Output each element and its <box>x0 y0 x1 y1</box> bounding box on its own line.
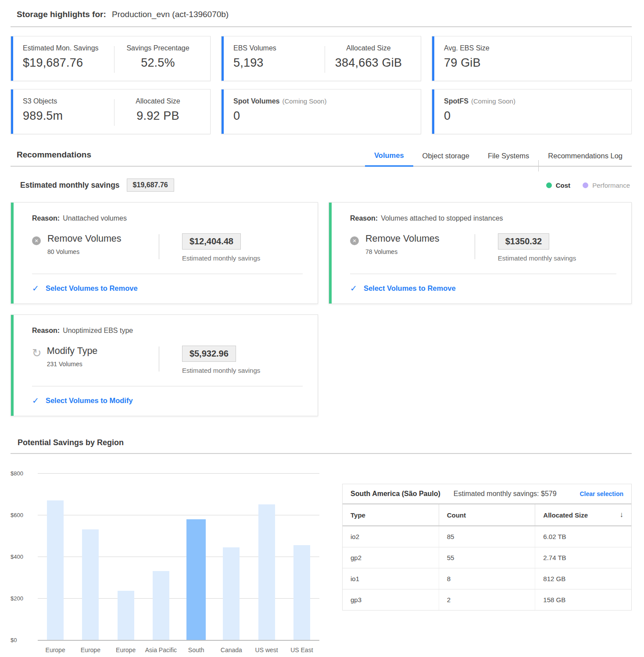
remove-volume-icon: ✕ <box>32 236 41 245</box>
coming-soon-tag: (Coming Soon) <box>283 97 327 105</box>
stat-label: EBS Volumes <box>233 44 325 52</box>
chart-bar-us-east-ohio-[interactable] <box>293 545 310 640</box>
chart-bar-europe-london-[interactable] <box>82 529 99 640</box>
chart-bar-asia-pacific-tokyo-[interactable] <box>153 571 169 640</box>
checkmark-icon: ✓ <box>350 283 357 293</box>
chart-bars: Europe(Stockholm)Europe(London)Europe(Pa… <box>38 473 319 657</box>
action-title: Remove Volumes <box>47 233 122 244</box>
legend-label: Performance <box>592 182 630 189</box>
chart-bar-europe-stockholm-[interactable] <box>47 500 64 640</box>
y-tick-label: $600 <box>11 512 23 518</box>
reason-row: Reason:Unoptimized EBS type <box>32 327 303 335</box>
card-accent-bar <box>222 89 224 134</box>
table-cell: io2 <box>343 526 439 547</box>
savings-by-region-chart: $800$600$400$200$0 Europe(Stockholm)Euro… <box>11 473 320 657</box>
savings-caption: Estimated monthly savings <box>182 367 303 374</box>
recommendation-card-stopped-instances: Reason:Volumes attached to stopped insta… <box>329 202 632 304</box>
stat-value: 384,663 GiB <box>325 56 412 70</box>
estimated-savings-badge: $19,687.76 <box>127 179 174 192</box>
reason-text: Volumes attached to stopped instances <box>381 214 503 222</box>
storage-highlights-grid: Estimated Mon. Savings $19,687.76 Saving… <box>11 36 632 134</box>
stat-label: Spot Volumes(Coming Soon) <box>233 97 412 105</box>
table-cell: 6.02 TB <box>535 526 631 547</box>
card-accent-bar <box>11 89 13 134</box>
chart-legend: Cost Performance <box>546 182 630 189</box>
savings-summary-row: Estimated monthly savings $19,687.76 Cos… <box>11 179 632 192</box>
column-header-count[interactable]: Count <box>439 504 535 525</box>
chart-bar-slot: Europe(London) <box>73 473 108 657</box>
clear-selection-link[interactable]: Clear selection <box>580 490 623 497</box>
reason-label: Reason: <box>32 327 60 334</box>
stat-label: SpotFS(Coming Soon) <box>444 97 623 105</box>
stat-label-text: SpotFS <box>444 97 469 105</box>
stat-value: 79 GiB <box>444 56 623 70</box>
stat-card-monthly-savings: Estimated Mon. Savings $19,687.76 Saving… <box>11 36 211 81</box>
chart-bar-slot: South America(São Paulo) <box>179 473 214 657</box>
chart-bar-europe-paris-[interactable] <box>118 591 134 640</box>
reason-row: Reason:Unattached volumes <box>32 214 303 222</box>
reason-row: Reason:Volumes attached to stopped insta… <box>350 214 616 222</box>
table-cell: 85 <box>439 526 535 547</box>
checkmark-icon: ✓ <box>32 396 39 406</box>
stat-card-avg-ebs-size: Avg. EBS Size 79 GiB <box>432 36 632 81</box>
table-cell: io1 <box>343 568 439 589</box>
region-savings-text: Estimated monthly savings: $579 <box>454 490 580 498</box>
remove-volume-icon: ✕ <box>350 236 359 245</box>
savings-badge: $5,932.96 <box>182 346 236 362</box>
x-tick-label: Canada(Central) <box>219 646 243 657</box>
region-content: $800$600$400$200$0 Europe(Stockholm)Euro… <box>11 473 632 657</box>
coming-soon-tag: (Coming Soon) <box>471 97 515 105</box>
y-tick-label: $400 <box>11 553 23 560</box>
divider <box>11 453 632 454</box>
stat-card-s3-objects: S3 Objects 989.5m Allocated Size 9.92 PB <box>11 89 211 134</box>
stat-label-text: Spot Volumes <box>233 97 280 105</box>
column-header-allocated-size[interactable]: Allocated Size↓ <box>535 504 631 525</box>
table-cell: 158 GB <box>535 589 631 610</box>
table-cell: gp3 <box>343 589 439 610</box>
stat-label: Allocated Size <box>325 44 412 52</box>
card-accent-bar <box>432 89 434 134</box>
action-title: Modify Type <box>47 346 98 357</box>
table-cell: 2 <box>439 589 535 610</box>
table-header: South America (São Paulo) Estimated mont… <box>343 484 631 504</box>
table-column-headers: Type Count Allocated Size↓ <box>343 504 631 526</box>
chart-bar-us-west-oregon-[interactable] <box>258 504 275 640</box>
table-cell: 2.74 TB <box>535 547 631 568</box>
table-cell: 812 GB <box>535 568 631 589</box>
recommendation-card-unattached: Reason:Unattached volumes ✕ Remove Volum… <box>11 202 318 304</box>
chart-bar-canada-central-[interactable] <box>223 547 240 640</box>
y-tick-label: $0 <box>11 637 17 643</box>
card-accent-bar <box>11 315 14 416</box>
volume-count: 80 Volumes <box>47 248 122 255</box>
chart-bar-slot: US west(Oregon) <box>249 473 284 657</box>
select-volumes-link[interactable]: Select Volumes to Modify <box>46 396 133 405</box>
chart-bar-slot: Asia Pacific(Tokyo) <box>143 473 179 657</box>
tab-object-storage[interactable]: Object storage <box>413 152 479 166</box>
stat-value: $19,687.76 <box>23 56 114 70</box>
tab-recommendations-log[interactable]: Recommendations Log <box>539 152 632 166</box>
stat-card-spot-volumes: Spot Volumes(Coming Soon) 0 <box>221 89 421 134</box>
tab-volumes[interactable]: Volumes <box>365 151 413 167</box>
sort-arrow-down-icon[interactable]: ↓ <box>620 511 624 519</box>
page-title: Storage highlights for: Production_evn (… <box>11 10 632 19</box>
selected-region-title: South America (São Paulo) <box>351 490 440 498</box>
table-row: io18812 GB <box>343 568 631 589</box>
action-title: Remove Volumes <box>365 233 440 244</box>
y-tick-label: $200 <box>11 595 23 602</box>
performance-dot-icon <box>583 182 588 188</box>
chart-bar-slot: Canada(Central) <box>214 473 249 657</box>
page-title-label: Storage highlights for: <box>17 10 106 19</box>
recommendations-header: Recommendations Volumes Object storage F… <box>11 150 632 167</box>
card-accent-bar <box>329 203 332 304</box>
select-volumes-link[interactable]: Select Volumes to Remove <box>46 284 138 293</box>
stat-card-spotfs: SpotFS(Coming Soon) 0 <box>432 89 632 134</box>
divider <box>11 26 632 27</box>
y-tick-label: $800 <box>11 470 23 477</box>
select-volumes-link[interactable]: Select Volumes to Remove <box>364 284 456 293</box>
column-header-type[interactable]: Type <box>343 504 439 525</box>
stat-value: 5,193 <box>233 56 325 70</box>
tab-file-systems[interactable]: File Systems <box>479 152 538 166</box>
recommendations-tabs: Volumes Object storage File Systems Reco… <box>365 151 632 166</box>
volume-count: 78 Volumes <box>365 248 440 255</box>
chart-bar-south-america-s-o-paulo-[interactable] <box>186 519 206 640</box>
